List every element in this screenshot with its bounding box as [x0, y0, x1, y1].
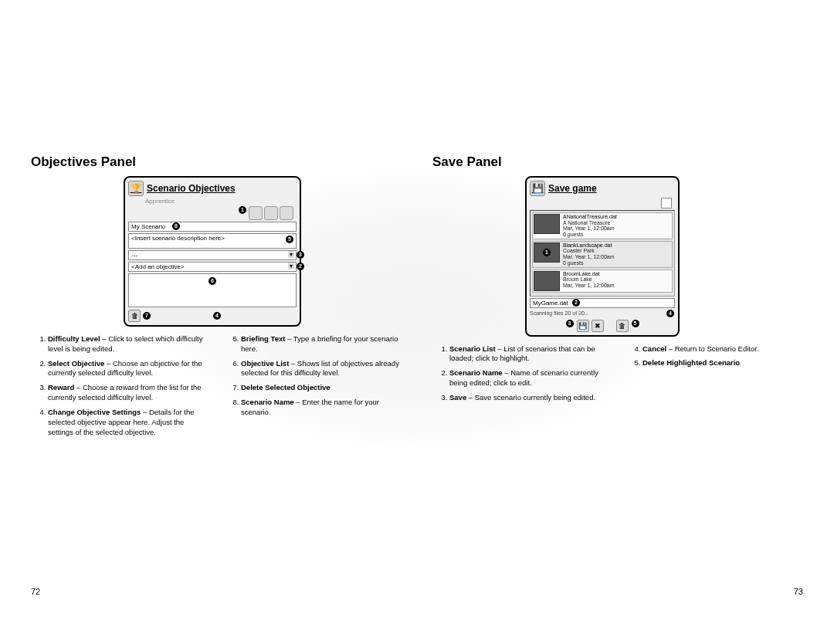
- panel-title: Scenario Objectives: [147, 183, 236, 194]
- scenario-list-item: 1BlankLandscape.datCoaster ParkMar, Year…: [532, 241, 673, 268]
- legend-item: Cancel – Return to Scenario Editor.: [642, 344, 803, 354]
- left-page: Objectives Panel 🏆 Scenario Objectives A…: [31, 154, 402, 442]
- legend-item: Difficulty Level – Click to select which…: [48, 334, 208, 354]
- save-info: ANationalTreasure.datA National Treasure…: [563, 214, 617, 238]
- difficulty-icon-3: [280, 206, 293, 220]
- panel-title: Save game: [548, 183, 597, 194]
- legend-item: Scenario Name – Name of scenario current…: [449, 368, 610, 388]
- callout-8: 8: [172, 222, 180, 230]
- filename-field: MyGame.dat 2: [530, 298, 675, 308]
- cancel-button-icon: ✖: [592, 320, 604, 332]
- save-info: BroomLake.datBroom LakeMar, Year 1, 12:0…: [563, 271, 615, 291]
- delete-button-icon: 🗑: [616, 320, 629, 332]
- callout-7: 7: [143, 312, 151, 320]
- legend-item: Briefing Text – Type a briefing for your…: [241, 334, 402, 354]
- thumbnail: [534, 271, 560, 291]
- legend-item: Scenario List – List of scenarios that c…: [449, 344, 610, 364]
- status-text: Scanning files 20 of 20...: [530, 310, 589, 316]
- callout-5: 5: [632, 320, 639, 327]
- save-button-icon: 💾: [577, 320, 589, 332]
- objectives-panel-screenshot: 🏆 Scenario Objectives Apprentice 1 My Sc…: [124, 176, 301, 327]
- callout-3: 3: [297, 251, 304, 259]
- trophy-icon: 🏆: [128, 181, 144, 196]
- save-icon: 💾: [530, 181, 545, 196]
- objectives-legend: Difficulty Level – Click to select which…: [31, 334, 402, 442]
- legend-item: Delete Highlighted Scenario: [642, 358, 803, 368]
- save-panel-screenshot: 💾 Save game ANationalTreasure.datA Natio…: [525, 176, 680, 337]
- callout-2: 2: [297, 263, 304, 270]
- page-number-left: 72: [31, 587, 40, 596]
- legend-item: Delete Selected Objective: [241, 383, 402, 393]
- legend-item: Objective List – Shows list of objective…: [241, 359, 402, 379]
- callout-3: 3: [566, 320, 574, 327]
- description-field: <Insert scenario description here> 5: [128, 233, 297, 249]
- thumbnail: 1: [534, 242, 560, 263]
- add-objective-dropdown: <Add an objective> 2: [128, 262, 297, 272]
- scenario-list: ANationalTreasure.datA National Treasure…: [530, 210, 675, 297]
- save-legend: Scenario List – List of scenarios that c…: [432, 344, 803, 408]
- callout-6: 6: [208, 277, 216, 285]
- callout-4: 4: [666, 310, 674, 317]
- difficulty-icon-2: [264, 206, 278, 220]
- difficulty-icon-1: [249, 206, 263, 220]
- callout-2: 2: [572, 299, 580, 307]
- callout-4: 4: [213, 312, 221, 320]
- callout-1: 1: [239, 206, 246, 214]
- callout-5: 5: [286, 236, 293, 243]
- dropdown-square: [661, 198, 672, 208]
- legend-list-right-b: Cancel – Return to Scenario Editor.Delet…: [626, 344, 803, 369]
- save-heading: Save Panel: [432, 154, 803, 170]
- legend-list-right-a: Scenario List – List of scenarios that c…: [432, 344, 610, 403]
- legend-item: Scenario Name – Enter the name for your …: [241, 398, 402, 418]
- objectives-heading: Objectives Panel: [31, 154, 402, 170]
- delete-objective-button: 🗑: [128, 310, 141, 322]
- objective-list-box: 6: [128, 273, 297, 307]
- legend-item: Save – Save scenario currently being edi…: [449, 393, 610, 403]
- right-page: Save Panel 💾 Save game ANationalTreasure…: [432, 154, 803, 442]
- legend-list-left-b: Briefing Text – Type a briefing for your…: [224, 334, 402, 418]
- save-info: BlankLandscape.datCoaster ParkMar, Year …: [563, 242, 615, 266]
- page-number-right: 73: [794, 587, 803, 596]
- legend-item: Select Objective – Choose an objective f…: [48, 359, 208, 379]
- difficulty-label: Apprentice: [145, 198, 297, 205]
- scenario-list-item: BroomLake.datBroom LakeMar, Year 1, 12:0…: [532, 269, 673, 293]
- callout-1: 1: [543, 249, 551, 256]
- legend-item: Reward – Choose a reward from the list f…: [48, 383, 208, 403]
- scenario-list-item: ANationalTreasure.datA National Treasure…: [532, 212, 673, 239]
- reward-dropdown: --- 3: [128, 250, 297, 260]
- thumbnail: [534, 214, 560, 234]
- legend-list-left-a: Difficulty Level – Click to select which…: [31, 334, 208, 437]
- scenario-name-field: My Scenario 8: [128, 222, 297, 232]
- legend-item: Change Objective Settings – Details for …: [48, 408, 208, 437]
